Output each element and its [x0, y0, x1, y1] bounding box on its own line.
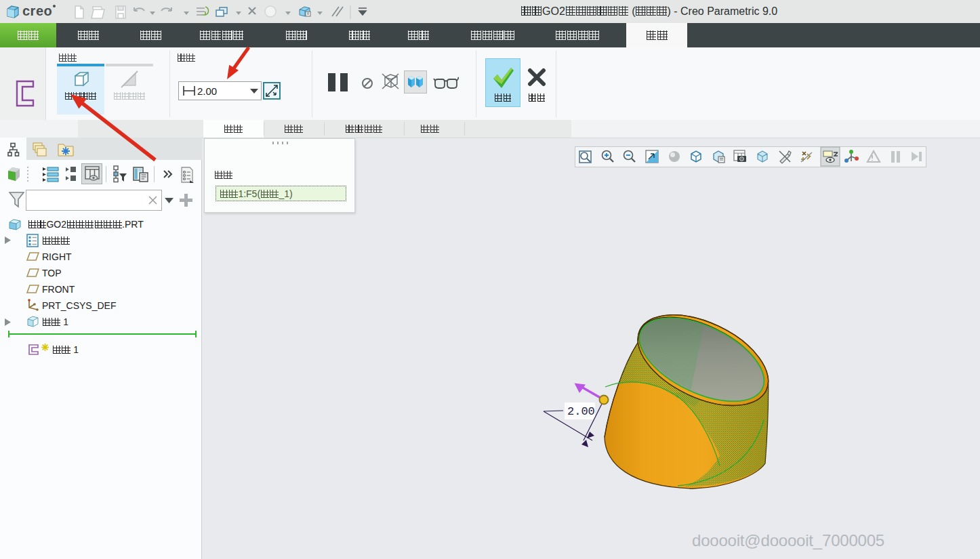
svg-text:2.00: 2.00 [567, 405, 595, 418]
